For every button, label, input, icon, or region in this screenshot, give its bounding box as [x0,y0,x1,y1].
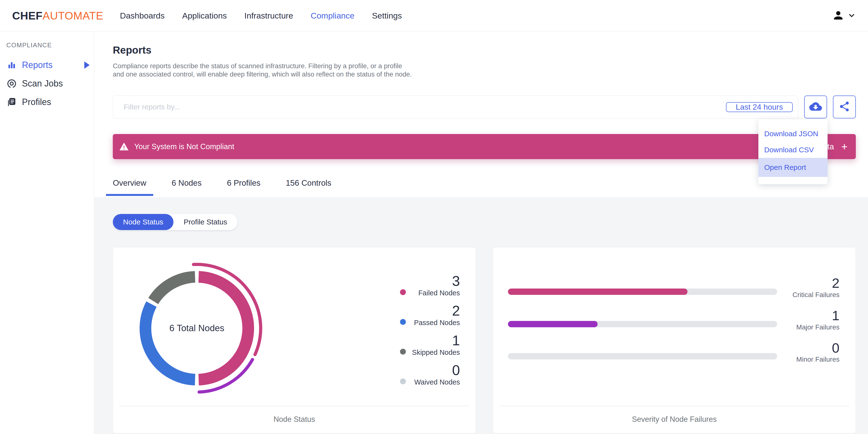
sidebar-item-scan-jobs[interactable]: Scan Jobs [0,74,94,93]
legend-text: 0Waived Nodes [411,363,460,386]
legend-label: Skipped Nodes [411,348,460,356]
legend-item-failed-nodes: 3Failed Nodes [400,274,460,297]
user-avatar-icon [832,9,845,23]
severity-label: Major Failures [786,323,839,331]
reports-header-section: Reports Compliance reports describe the … [94,32,868,197]
legend-item-waived-nodes: 0Waived Nodes [400,363,460,386]
scan-target-icon [6,79,17,89]
sidebar-item-label: Scan Jobs [22,79,63,89]
severity-row-minor-failures: 0Minor Failures [508,341,839,364]
logo-chef: CHEF [12,9,43,22]
nav-item-compliance[interactable]: Compliance [311,11,354,21]
status-toggle-group: Node StatusProfile Status [113,214,238,230]
nav-item-infrastructure[interactable]: Infrastructure [244,11,293,21]
filter-box: Last 24 hours [113,95,798,118]
node-status-card-title: Node Status [113,415,475,424]
severity-bar-area [508,288,777,299]
cloud-download-icon [809,100,822,114]
menu-item-download-json[interactable]: Download JSON [758,126,828,142]
banner-partial-text: ta [827,142,834,151]
report-tabs: Overview6 Nodes6 Profiles156 Controls [106,171,856,196]
tab-6-nodes[interactable]: 6 Nodes [165,171,209,196]
main-content: Reports Compliance reports describe the … [94,32,868,434]
user-menu-button[interactable] [832,9,856,23]
severity-bars-chart: 2Critical Failures1Major Failures0Minor … [508,276,839,363]
top-nav: DashboardsApplicationsInfrastructureComp… [120,11,402,21]
toggle-profile-status[interactable]: Profile Status [174,214,237,230]
toggle-node-status[interactable]: Node Status [113,214,174,230]
node-status-card-footer: Node Status [113,406,475,433]
filter-row: Last 24 hours [113,95,856,118]
severity-value: 2 [786,276,839,290]
legend-value: 3 [411,274,460,288]
legend-item-skipped-nodes: 1Skipped Nodes [400,333,460,356]
chevron-down-icon [847,11,856,21]
severity-bar-track [508,288,777,295]
nav-item-applications[interactable]: Applications [182,11,227,21]
time-range-button[interactable]: Last 24 hours [726,102,793,112]
node-status-donut-chart: 6 Total Nodes [124,255,270,401]
legend-dot-icon [400,349,406,354]
severity-label: Minor Failures [786,355,839,363]
download-dropdown-menu: Download JSONDownload CSVOpen Report [758,119,828,184]
tab-6-profiles[interactable]: 6 Profiles [220,171,267,196]
bar-chart-icon [6,60,17,70]
chef-automate-logo: CHEFAUTOMATE [12,9,103,22]
sidebar-item-reports[interactable]: Reports [0,56,94,74]
compliance-sidebar: COMPLIANCE ReportsScan JobsProfiles [0,32,94,434]
sidebar-item-label: Profiles [22,97,51,107]
share-button[interactable] [833,95,856,118]
share-icon [839,101,850,113]
node-status-legend: 3Failed Nodes2Passed Nodes1Skipped Nodes… [400,274,460,386]
sidebar-item-label: Reports [22,60,53,70]
severity-text: 2Critical Failures [786,276,839,299]
legend-text: 3Failed Nodes [411,274,460,297]
legend-label: Passed Nodes [411,319,460,327]
warning-triangle-icon [119,142,129,152]
node-status-card: 6 Total Nodes 3Failed Nodes2Passed Nodes… [113,247,476,433]
banner-add-button[interactable]: + [841,141,847,152]
legend-text: 2Passed Nodes [411,303,460,327]
severity-bar-fill [508,288,687,295]
severity-row-major-failures: 1Major Failures [508,309,839,331]
severity-label: Critical Failures [786,291,839,299]
severity-card-footer: Severity of Node Failures [493,406,856,433]
severity-bar-track [508,353,777,360]
sidebar-item-profiles[interactable]: Profiles [0,93,94,111]
legend-value: 1 [411,333,460,348]
legend-text: 1Skipped Nodes [411,333,460,356]
page-title: Reports [113,44,856,56]
legend-value: 2 [411,303,460,318]
menu-item-open-report[interactable]: Open Report [758,158,828,177]
submenu-caret-icon [84,61,90,69]
tab-156-controls[interactable]: 156 Controls [279,171,338,196]
legend-label: Failed Nodes [411,289,460,297]
overview-section: Node StatusProfile Status 6 Total Nodes … [94,197,868,434]
severity-card-title: Severity of Node Failures [493,415,856,424]
not-compliant-banner: Your System is Not Compliant ta + [113,134,856,159]
nav-item-settings[interactable]: Settings [372,11,402,21]
legend-dot-icon [400,378,406,384]
severity-text: 0Minor Failures [786,341,839,364]
legend-dot-icon [400,289,406,295]
donut-center-label: 6 Total Nodes [124,255,270,401]
page-description: Compliance reports describe the status o… [113,62,415,79]
severity-text: 1Major Failures [786,309,839,331]
legend-value: 0 [411,363,460,378]
menu-item-download-csv[interactable]: Download CSV [758,142,828,158]
sidebar-section-label: COMPLIANCE [0,41,94,49]
severity-value: 1 [786,309,839,323]
severity-value: 0 [786,341,839,355]
nav-item-dashboards[interactable]: Dashboards [120,11,164,21]
legend-label: Waived Nodes [411,378,460,386]
severity-card: 2Critical Failures1Major Failures0Minor … [493,247,856,433]
profiles-icon [6,97,17,107]
logo-automate: AUTOMATE [43,9,103,22]
legend-dot-icon [400,319,406,325]
severity-bar-track [508,321,777,327]
legend-item-passed-nodes: 2Passed Nodes [400,303,460,327]
download-button[interactable] [804,95,827,118]
severity-bar-area [508,353,777,363]
filter-reports-input[interactable] [124,103,723,111]
tab-overview[interactable]: Overview [106,171,153,196]
